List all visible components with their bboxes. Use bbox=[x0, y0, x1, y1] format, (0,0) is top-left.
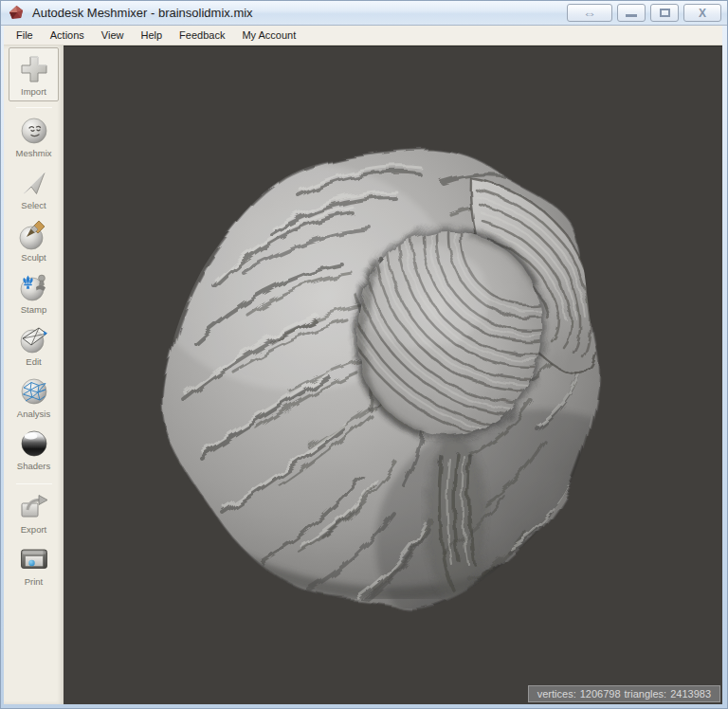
sidebar-separator bbox=[16, 107, 52, 108]
export-arrow-icon bbox=[18, 491, 50, 523]
printer-icon bbox=[18, 543, 50, 575]
sidebar-item-import[interactable]: Import bbox=[9, 47, 59, 101]
menu-actions[interactable]: Actions bbox=[42, 27, 93, 44]
menu-help[interactable]: Help bbox=[132, 27, 171, 44]
sidebar-item-shaders[interactable]: Shaders bbox=[4, 426, 64, 478]
sidebar-item-label: Select bbox=[21, 200, 46, 210]
sidebar-item-select[interactable]: Select bbox=[4, 165, 64, 217]
close-icon: X bbox=[699, 7, 706, 20]
tool-sidebar: Import Meshmix Select bbox=[4, 45, 64, 704]
sidebar-item-label: Print bbox=[25, 576, 44, 587]
sidebar-item-analysis[interactable]: Analysis bbox=[4, 373, 64, 426]
sidebar-item-meshmix[interactable]: Meshmix bbox=[4, 113, 64, 165]
triangles-label: triangles: bbox=[625, 688, 667, 700]
minimize-icon bbox=[626, 14, 637, 17]
title-bar[interactable]: Autodesk Meshmixer - brainsolidmix.mix ⇔… bbox=[1, 1, 727, 26]
menu-file[interactable]: File bbox=[8, 27, 42, 44]
maximize-icon bbox=[660, 9, 670, 17]
vertices-count: 1206798 bbox=[580, 688, 621, 700]
vertices-label: vertices: bbox=[537, 688, 576, 700]
menu-feedback[interactable]: Feedback bbox=[171, 27, 233, 44]
plane-sphere-icon bbox=[18, 323, 50, 355]
mesh-sphere-icon bbox=[18, 375, 50, 408]
sidebar-item-label: Analysis bbox=[17, 409, 50, 419]
status-bar: vertices:1206798triangles:2413983 bbox=[528, 685, 720, 702]
fleur-de-lis-sphere-icon bbox=[18, 271, 50, 303]
window-title: Autodesk Meshmixer - brainsolidmix.mix bbox=[32, 6, 253, 20]
chrome-sphere-icon bbox=[18, 427, 50, 460]
triangles-count: 2413983 bbox=[670, 688, 711, 700]
sidebar-item-label: Shaders bbox=[17, 461, 50, 471]
maximize-button[interactable] bbox=[650, 4, 679, 22]
window-controls: ⇔ X bbox=[567, 4, 721, 22]
close-button[interactable]: X bbox=[683, 4, 721, 22]
menu-view[interactable]: View bbox=[93, 27, 133, 44]
viewport-canvas[interactable]: vertices:1206798triangles:2413983 bbox=[64, 45, 722, 704]
sidebar-item-sculpt[interactable]: Sculpt bbox=[4, 217, 64, 269]
sidebar-item-label: Sculpt bbox=[21, 252, 46, 263]
horizontal-resize-button[interactable]: ⇔ bbox=[567, 4, 612, 22]
brain-3d-model bbox=[157, 144, 614, 616]
brush-sphere-icon bbox=[18, 219, 50, 251]
menu-bar: File Actions View Help Feedback My Accou… bbox=[4, 26, 722, 45]
sidebar-item-label: Stamp bbox=[21, 304, 46, 315]
app-window: Autodesk Meshmixer - brainsolidmix.mix ⇔… bbox=[0, 0, 728, 709]
menu-my-account[interactable]: My Account bbox=[233, 27, 304, 44]
sidebar-item-label: Import bbox=[21, 86, 46, 97]
sidebar-item-stamp[interactable]: Stamp bbox=[4, 269, 64, 321]
minimize-button[interactable] bbox=[617, 4, 646, 22]
plus-icon bbox=[18, 53, 50, 85]
meshmixer-logo-icon bbox=[9, 5, 25, 21]
sidebar-item-label: Export bbox=[21, 524, 46, 535]
sidebar-item-label: Meshmix bbox=[15, 148, 51, 158]
horizontal-resize-icon: ⇔ bbox=[583, 6, 596, 21]
face-sphere-icon bbox=[18, 115, 50, 147]
cursor-arrow-icon bbox=[18, 167, 50, 199]
sidebar-item-print[interactable]: Print bbox=[4, 541, 64, 593]
sidebar-item-label: Edit bbox=[26, 356, 41, 367]
sidebar-item-export[interactable]: Export bbox=[4, 489, 64, 541]
sidebar-separator bbox=[16, 483, 52, 484]
sidebar-item-edit[interactable]: Edit bbox=[4, 321, 64, 373]
